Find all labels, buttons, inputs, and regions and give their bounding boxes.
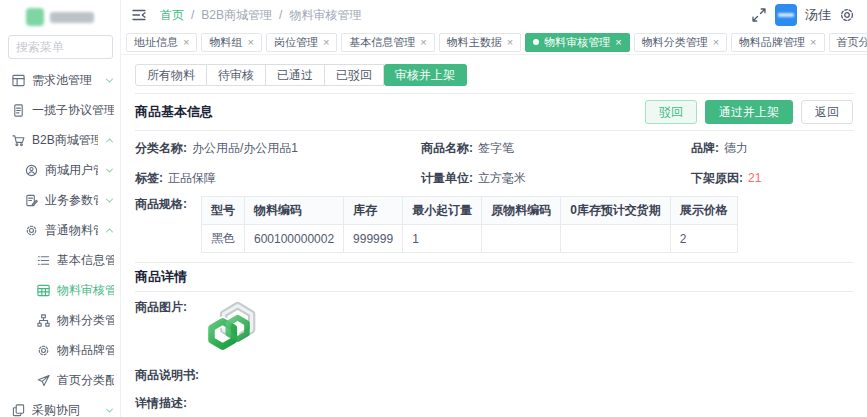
gear-icon xyxy=(25,224,38,237)
spec-label: 商品规格: xyxy=(135,196,187,213)
tag-material-category[interactable]: 物料分类管理× xyxy=(634,33,727,52)
section-title: 商品详情 xyxy=(135,268,187,286)
manual-row: 商品说明书: xyxy=(135,359,853,387)
close-icon[interactable]: × xyxy=(810,37,816,48)
tab-audit-onshelf[interactable]: 审核并上架 xyxy=(384,64,467,86)
sidebar-item-material-category[interactable]: 物料分类管理 xyxy=(0,305,120,335)
back-button[interactable]: 返回 xyxy=(801,100,853,124)
sidebar-item-agreement[interactable]: 一揽子协议管理 xyxy=(0,95,120,125)
sidebar-item-label: 物料分类管理 xyxy=(57,312,114,329)
tag-basic-info[interactable]: 基本信息管理× xyxy=(341,33,434,52)
product-image-label: 商品图片: xyxy=(135,299,187,316)
close-icon[interactable]: × xyxy=(507,37,513,48)
app-root: 需求池管理 一揽子协议管理 B2B商城管理 商城用户管理 业务参数管理 xyxy=(0,0,867,417)
search-menu-input[interactable] xyxy=(8,35,113,59)
close-icon[interactable]: × xyxy=(247,37,253,48)
send-icon xyxy=(37,374,50,387)
sidebar-item-mall-users[interactable]: 商城用户管理 xyxy=(0,155,120,185)
breadcrumb-item[interactable]: B2B商城管理 xyxy=(201,7,272,24)
avatar[interactable] xyxy=(775,4,797,26)
chevron-down-icon xyxy=(105,166,114,175)
breadcrumb-item: 物料审核管理 xyxy=(289,7,361,24)
grid-icon xyxy=(12,74,25,87)
tag-material-group[interactable]: 物料组× xyxy=(201,33,261,52)
active-dot xyxy=(533,39,539,45)
table-icon xyxy=(37,284,50,297)
tag-home-category[interactable]: 首页分类配置× xyxy=(829,33,867,52)
document-icon xyxy=(12,104,25,117)
spec-table-row: 黑色 600100000002 999999 1 2 xyxy=(202,225,738,253)
close-icon[interactable]: × xyxy=(183,37,189,48)
topbar-right: 汤佳 xyxy=(751,4,855,26)
tag-post-mgmt[interactable]: 岗位管理× xyxy=(266,33,337,52)
chevron-up-icon xyxy=(105,226,114,235)
sidebar-item-label: 物料审核管理 xyxy=(57,282,114,299)
tag-material-audit[interactable]: 物料审核管理× xyxy=(525,33,629,52)
main-area: 首页 / B2B商城管理 / 物料审核管理 汤佳 地址信息× 物料组× 岗位管理… xyxy=(121,0,867,417)
close-icon[interactable]: × xyxy=(713,37,719,48)
sidebar-item-label: 基本信息管理 xyxy=(57,252,114,269)
sidebar-menu: 需求池管理 一揽子协议管理 B2B商城管理 商城用户管理 业务参数管理 xyxy=(0,61,120,417)
product-image xyxy=(204,299,260,355)
breadcrumb-separator: / xyxy=(191,8,194,22)
sidebar-item-material-audit[interactable]: 物料审核管理 xyxy=(0,275,120,305)
sidebar-item-label: 采购协同 xyxy=(32,402,98,417)
logo-mark xyxy=(26,8,44,26)
tab-rejected[interactable]: 已驳回 xyxy=(325,64,384,86)
sidebar-item-material-brand[interactable]: 物料品牌管理 xyxy=(0,335,120,365)
tag-material-brand[interactable]: 物料品牌管理× xyxy=(731,33,824,52)
description-row: 详情描述: xyxy=(135,387,853,415)
tag-address-info[interactable]: 地址信息× xyxy=(126,33,197,52)
copy-icon xyxy=(12,404,25,417)
user-name[interactable]: 汤佳 xyxy=(805,6,831,24)
sidebar-item-purchase-collab[interactable]: 采购协同 xyxy=(0,395,120,417)
sidebar-item-b2b-mall[interactable]: B2B商城管理 xyxy=(0,125,120,155)
fullscreen-icon[interactable] xyxy=(751,7,767,23)
field-brand: 品牌:德力 xyxy=(691,140,853,157)
content: 所有物料 待审核 已通过 已驳回 审核并上架 商品基本信息 驳回 通过并上架 返… xyxy=(121,55,867,417)
sidebar-item-label: 物料品牌管理 xyxy=(57,342,114,359)
tab-pending[interactable]: 待审核 xyxy=(207,64,266,86)
close-icon[interactable]: × xyxy=(323,37,329,48)
sidebar-item-label: B2B商城管理 xyxy=(32,132,98,149)
sidebar-item-home-category[interactable]: 首页分类配置 xyxy=(0,365,120,395)
chevron-down-icon xyxy=(105,406,114,415)
tag-material-master[interactable]: 物料主数据× xyxy=(439,33,521,52)
collapse-sidebar-icon[interactable] xyxy=(131,7,147,23)
gear-icon[interactable] xyxy=(839,7,855,23)
close-icon[interactable]: × xyxy=(420,37,426,48)
tab-all-materials[interactable]: 所有物料 xyxy=(135,64,207,86)
logo xyxy=(0,0,120,28)
close-icon[interactable]: × xyxy=(615,37,621,48)
field-label: 标签:正品保障 xyxy=(135,170,421,187)
description-label: 详情描述: xyxy=(135,396,187,410)
section-title: 商品基本信息 xyxy=(135,103,213,121)
spec-section: 商品规格: 型号 物料编码 库存 最小起订量 原物料编码 0库存预计交货期 展示… xyxy=(135,196,853,253)
topbar: 首页 / B2B商城管理 / 物料审核管理 汤佳 xyxy=(121,0,867,30)
sidebar: 需求池管理 一揽子协议管理 B2B商城管理 商城用户管理 业务参数管理 xyxy=(0,0,121,417)
list-icon xyxy=(37,254,50,267)
sidebar-item-material-mgmt[interactable]: 普通物料管理 xyxy=(0,215,120,245)
field-category: 分类名称:办公用品/办公用品1 xyxy=(135,140,421,157)
cart-icon xyxy=(12,134,25,147)
sidebar-item-demand-pool[interactable]: 需求池管理 xyxy=(0,65,120,95)
product-image-row: 商品图片: xyxy=(135,292,853,359)
status-filter-tabs: 所有物料 待审核 已通过 已驳回 审核并上架 xyxy=(135,64,467,86)
open-tabs-bar: 地址信息× 物料组× 岗位管理× 基本信息管理× 物料主数据× 物料审核管理× … xyxy=(121,30,867,55)
reject-button[interactable]: 驳回 xyxy=(645,100,697,124)
approve-onshelf-button[interactable]: 通过并上架 xyxy=(705,100,793,124)
manual-label: 商品说明书: xyxy=(135,368,199,382)
tab-approved[interactable]: 已通过 xyxy=(266,64,325,86)
gear-icon xyxy=(37,344,50,357)
chevron-down-icon xyxy=(105,76,114,85)
sidebar-item-label: 首页分类配置 xyxy=(57,372,114,389)
spec-table: 型号 物料编码 库存 最小起订量 原物料编码 0库存预计交货期 展示价格 黑色 xyxy=(201,196,738,253)
sidebar-item-business-params[interactable]: 业务参数管理 xyxy=(0,185,120,215)
sidebar-item-basic-info[interactable]: 基本信息管理 xyxy=(0,245,120,275)
breadcrumb-home[interactable]: 首页 xyxy=(160,7,184,24)
breadcrumb: 首页 / B2B商城管理 / 物料审核管理 xyxy=(160,7,361,24)
basic-info-section-header: 商品基本信息 驳回 通过并上架 返回 xyxy=(135,94,853,130)
user-icon xyxy=(25,164,38,177)
chevron-up-icon xyxy=(105,136,114,145)
chevron-down-icon xyxy=(105,196,114,205)
